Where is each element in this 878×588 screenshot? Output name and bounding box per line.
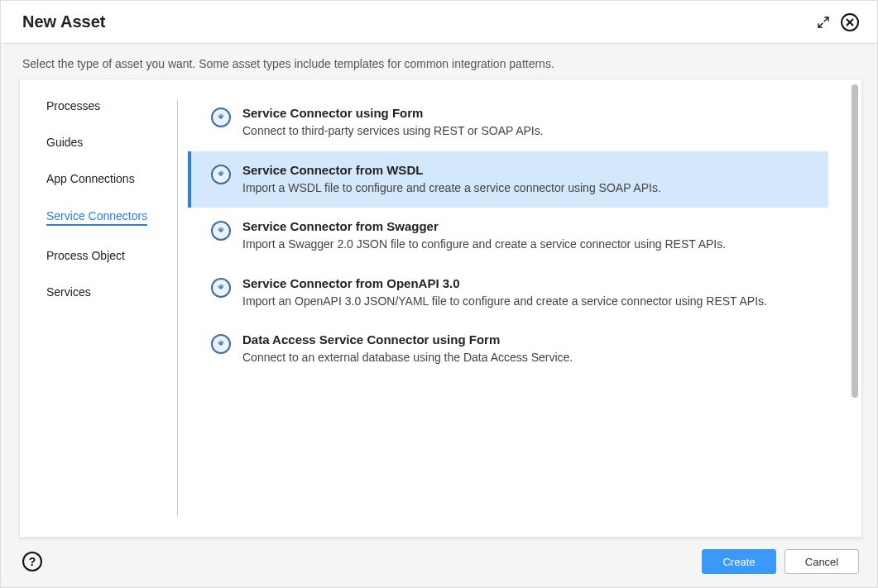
- option-service-connector-form[interactable]: Service Connector using Form Connect to …: [188, 94, 828, 151]
- option-title: Service Connector from WSDL: [242, 163, 812, 177]
- option-data-access-service-connector[interactable]: Data Access Service Connector using Form…: [188, 321, 828, 378]
- option-service-connector-wsdl[interactable]: Service Connector from WSDL Import a WSD…: [188, 151, 828, 208]
- option-service-connector-swagger[interactable]: Service Connector from Swagger Import a …: [188, 208, 828, 265]
- dialog-subtitle: Select the type of asset you want. Some …: [1, 44, 877, 79]
- footer-buttons: Create Cancel: [702, 549, 859, 574]
- gear-icon: [211, 165, 231, 184]
- sidebar-item-app-connections[interactable]: App Connections: [46, 172, 177, 185]
- gear-icon: [211, 278, 231, 298]
- option-body: Data Access Service Connector using Form…: [242, 332, 812, 366]
- new-asset-dialog: New Asset Select the type of asset you w…: [0, 0, 878, 588]
- panel: Processes Guides App Connections Service…: [19, 79, 862, 538]
- cancel-button[interactable]: Cancel: [784, 549, 859, 574]
- sidebar-item-guides[interactable]: Guides: [46, 136, 177, 149]
- gear-icon: [211, 221, 231, 241]
- content: Processes Guides App Connections Service…: [1, 79, 877, 538]
- option-service-connector-openapi[interactable]: Service Connector from OpenAPI 3.0 Impor…: [188, 265, 828, 322]
- scrollbar[interactable]: [852, 84, 858, 532]
- sidebar-item-process-object[interactable]: Process Object: [46, 249, 177, 262]
- option-desc: Import an OpenAPI 3.0 JSON/YAML file to …: [242, 294, 812, 310]
- option-body: Service Connector from WSDL Import a WSD…: [242, 163, 812, 197]
- dialog-footer: ? Create Cancel: [1, 538, 877, 587]
- help-icon[interactable]: ?: [22, 552, 42, 571]
- gear-icon: [211, 108, 231, 127]
- option-desc: Import a WSDL file to configure and crea…: [242, 180, 812, 197]
- option-title: Data Access Service Connector using Form: [242, 332, 812, 347]
- option-desc: Connect to an external database using th…: [242, 350, 812, 366]
- vertical-separator: [177, 99, 178, 517]
- gear-icon: [211, 334, 231, 354]
- asset-type-sidebar: Processes Guides App Connections Service…: [20, 79, 177, 537]
- titlebar: New Asset: [1, 1, 877, 44]
- sidebar-item-processes[interactable]: Processes: [46, 99, 177, 112]
- option-body: Service Connector from OpenAPI 3.0 Impor…: [242, 276, 812, 310]
- option-body: Service Connector using Form Connect to …: [242, 106, 812, 140]
- option-title: Service Connector from Swagger: [242, 219, 812, 233]
- dialog-title: New Asset: [22, 12, 105, 31]
- scrollbar-thumb[interactable]: [852, 84, 858, 398]
- option-title: Service Connector from OpenAPI 3.0: [242, 276, 812, 290]
- connector-option-list: Service Connector using Form Connect to …: [188, 79, 861, 537]
- close-icon[interactable]: [841, 13, 859, 31]
- option-desc: Import a Swagger 2.0 JSON file to config…: [242, 237, 812, 253]
- option-desc: Connect to third-party services using RE…: [242, 123, 812, 140]
- option-body: Service Connector from Swagger Import a …: [242, 219, 812, 253]
- sidebar-item-service-connectors[interactable]: Service Connectors: [46, 209, 147, 226]
- create-button[interactable]: Create: [702, 549, 776, 574]
- maximize-icon[interactable]: [814, 13, 832, 31]
- option-title: Service Connector using Form: [242, 106, 812, 120]
- titlebar-actions: [814, 13, 859, 31]
- sidebar-item-services[interactable]: Services: [46, 285, 177, 299]
